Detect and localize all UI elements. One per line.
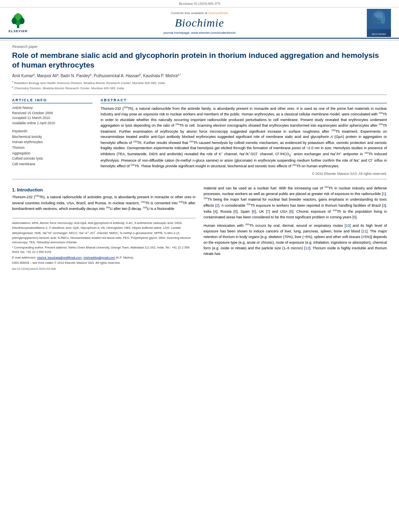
author-kaushala-mishra: Kaushala P. Mishra <box>143 74 177 78</box>
keyword-2: Human erythrocytes <box>12 140 93 145</box>
elsevier-label: ELSEVIER <box>8 29 28 33</box>
footnotes-area: Abbreviations: AFM, Atomic force microsc… <box>12 218 195 271</box>
affiliations: a Radiation Biology and Health Sciences … <box>12 80 387 90</box>
main-content: Research paper Role of membrane sialic a… <box>0 41 399 279</box>
available-date: Available online 1 April 2010 <box>12 121 93 126</box>
keyword-5: Colloid osmotic lysis <box>12 156 93 162</box>
keyword-3: Thorium <box>12 145 93 151</box>
abstract-text: Thorium-232 (232Th), a natural radionucl… <box>101 106 387 169</box>
email-2[interactable]: mishradrkp@gmail.com <box>83 256 115 259</box>
sciencedirect-link[interactable]: ScienceDirect <box>208 11 228 15</box>
author-puthusserickal-hassan: Puthusserickal A. Hassan <box>94 74 139 78</box>
article-info-column: ARTICLE INFO Article history: Received 1… <box>12 98 93 176</box>
body-right-column: material and can be used as a nuclear fu… <box>204 185 387 271</box>
intro-para-2: material and can be used as a nuclear fu… <box>204 185 387 221</box>
body-left-column: 1. Introduction Thorium-232 (232Th), a n… <box>12 185 195 271</box>
history-label: Article history: <box>12 106 93 110</box>
author-badri-pandey: Badri N. Pandey <box>61 74 90 78</box>
keywords-block: Keywords: Biochemical toxicity Human ery… <box>12 129 93 167</box>
corresponding-author-line: * Corresponding author. Present address:… <box>12 245 195 255</box>
accepted-date: Accepted 11 March 2010 <box>12 115 93 121</box>
journal-citation: Biochimie 92 (2010) 869–879 <box>179 2 220 6</box>
abbreviations-line: Abbreviations: AFM, Atomic force microsc… <box>12 221 195 244</box>
elsevier-logo: ELSEVIER <box>8 13 28 33</box>
keyword-1: Biochemical toxicity <box>12 134 93 140</box>
journal-header: ELSEVIER Contents lists available at Sci… <box>0 8 399 39</box>
author-amit-kumar: Amit Kumar <box>12 74 33 78</box>
sciencedirect-line: Contents lists available at ScienceDirec… <box>164 11 236 15</box>
keyword-4: Aggregation <box>12 151 93 156</box>
doi-line: doi:10.1016/j.biochi.2010.03.008 <box>12 267 195 271</box>
article-history-block: Article history: Received 15 October 200… <box>12 106 93 126</box>
received-date: Received 15 October 2009 <box>12 111 93 116</box>
svg-point-10 <box>374 12 384 18</box>
journal-title: Biochimie <box>164 16 236 29</box>
intro-para-1: Thorium-232 (232Th), a natural radionucl… <box>12 194 195 212</box>
divider-1 <box>12 94 387 95</box>
body-content: 1. Introduction Thorium-232 (232Th), a n… <box>12 185 387 271</box>
abstract-column: ABSTRACT Thorium-232 (232Th), a natural … <box>101 98 387 176</box>
abbreviations-label: Abbreviations: <box>12 221 31 225</box>
intro-para-3: Human intoxication with 232Th occurs by … <box>204 223 387 257</box>
affiliation-a: a Radiation Biology and Health Sciences … <box>12 80 387 85</box>
keyword-6: Cell membrane <box>12 162 93 167</box>
email-line: E-mail addresses: mishra_kaushala@rediff… <box>12 255 195 260</box>
abbreviations-text: AFM, Atomic force microscopy; Anti-GpA, … <box>12 221 191 244</box>
keywords-label: Keywords: <box>12 129 93 133</box>
elsevier-tree-icon <box>8 13 28 29</box>
article-title: Role of membrane sialic acid and glycoph… <box>12 51 387 70</box>
biochimie-cover-art <box>367 9 391 29</box>
copyright-line: © 2010 Elsevier Masson SAS. All rights r… <box>101 172 387 176</box>
article-info-abstract-row: ARTICLE INFO Article history: Received 1… <box>12 98 387 176</box>
biochimie-logo-text: BIOCHIMIE <box>372 33 386 37</box>
email-1[interactable]: mishra_kaushala@rediffmail.com <box>37 256 82 259</box>
issn-line: 0300-9084/$ – see front matter © 2010 El… <box>12 261 195 265</box>
article-info-header: ARTICLE INFO <box>12 98 93 103</box>
affiliation-b: b Chemistry Division, Bhabha Atomic Rese… <box>12 85 387 90</box>
article-type: Research paper <box>12 45 387 49</box>
biochimie-logo-box: BIOCHIMIE <box>367 9 391 37</box>
journal-homepage: journal homepage: www.elsevier.com/locat… <box>164 31 236 35</box>
authors-line: Amit Kumara, Manjoor Alia, Badri N. Pand… <box>12 73 387 78</box>
svg-point-4 <box>15 13 21 20</box>
introduction-heading: 1. Introduction <box>12 187 195 192</box>
divider-2 <box>12 179 387 179</box>
journal-center-info: Contents lists available at ScienceDirec… <box>164 11 236 35</box>
author-manjoor-ali: Manjoor Ali <box>37 74 57 78</box>
journal-citation-bar: Biochimie 92 (2010) 869–879 <box>0 0 399 8</box>
abstract-header: ABSTRACT <box>101 98 387 103</box>
